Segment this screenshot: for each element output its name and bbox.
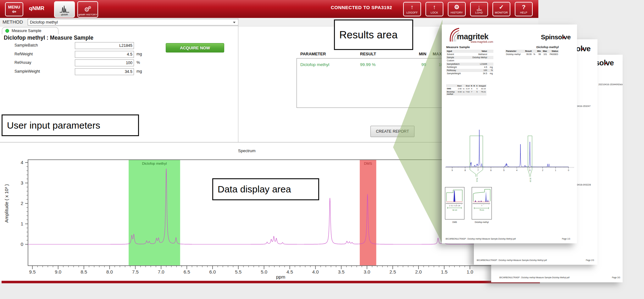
report-path-text: 20210416-153449\Diclo xyxy=(598,83,623,86)
report-table-cell xyxy=(488,56,493,59)
report-table-cell: mg xyxy=(488,72,493,75)
svg-text:3: 3 xyxy=(529,169,530,171)
annotation-results-area: Results area xyxy=(334,19,413,50)
report-table-cell xyxy=(488,59,493,62)
report-table-header: Integral xyxy=(478,84,486,87)
svg-text:8.5: 8.5 xyxy=(80,269,87,274)
svg-text:0: 0 xyxy=(568,169,569,171)
report-table-cell: 3.14 xyxy=(465,87,470,90)
report-table-cell: 32.10 xyxy=(478,87,486,90)
svg-text:4: 4 xyxy=(516,169,518,171)
report-table-cell xyxy=(488,63,493,66)
report-table-cell: 2.82 xyxy=(457,87,462,90)
report-table-cell: L21845 xyxy=(466,63,488,66)
report-table-cell: RefWeight xyxy=(446,66,466,69)
report-table-cell: 100 xyxy=(466,69,488,72)
svg-text:3.5: 3.5 xyxy=(338,269,345,274)
report-table-cell: 7 xyxy=(470,90,473,96)
report-inset-dms: 2 3.1 3 2.9 2.832.10 xyxy=(445,187,464,219)
inset-mini-chart xyxy=(445,187,464,213)
report-table: InputValueSolventMethanolSampleDiclofop … xyxy=(446,50,493,75)
inset-axis-labels: 7 xyxy=(472,205,491,207)
svg-text:8: 8 xyxy=(464,169,466,171)
report-table-header xyxy=(462,84,465,87)
report-table-cell: 79.21 xyxy=(478,90,486,96)
svg-text:5: 5 xyxy=(503,169,504,171)
svg-text:3.0: 3.0 xyxy=(364,269,370,274)
report-table-cell: 99 xyxy=(536,53,541,56)
report-table-cell: Methanol xyxy=(466,53,488,56)
report-table-header: Max xyxy=(541,50,548,53)
report-table-cell xyxy=(466,59,488,62)
report-table-cell: 6 xyxy=(470,87,473,90)
report-page-number: Page 1/3 xyxy=(562,238,570,240)
report-table-cell xyxy=(488,53,493,56)
report-table-cell: to xyxy=(462,90,465,96)
report-table-cell: 6.63 xyxy=(457,90,462,96)
svg-text:3: 3 xyxy=(21,180,23,185)
svg-text:4.0: 4.0 xyxy=(312,269,319,274)
report-table-header xyxy=(488,50,493,53)
svg-text:9.5: 9.5 xyxy=(29,269,36,274)
svg-text:7: 7 xyxy=(477,169,479,171)
svg-text:2: 2 xyxy=(21,201,23,206)
svg-text:2.0: 2.0 xyxy=(415,269,422,274)
annotation-data-display: Data display area xyxy=(212,178,319,200)
report-table-cell: Custom xyxy=(446,59,466,62)
report-table-cell: SampleWeight xyxy=(446,72,466,75)
report-table-header: Start xyxy=(457,84,462,87)
report-page-number: Page 2/3 xyxy=(586,259,594,261)
svg-text:9.0: 9.0 xyxy=(55,269,61,274)
spinsolve-logo-dot-icon xyxy=(563,37,564,38)
report-spectrum-chart: 987654321079.2132.10 xyxy=(442,119,577,191)
report-table-cell: 7.63 xyxy=(465,90,470,96)
report-inset-diclofop: 779.21 xyxy=(472,187,492,219)
annotation-user-input: User input parameters xyxy=(2,114,139,136)
svg-text:5.5: 5.5 xyxy=(235,269,242,274)
report-table-cell: mg xyxy=(488,66,493,69)
svg-text:1.5: 1.5 xyxy=(441,269,447,274)
svg-text:5.0: 5.0 xyxy=(261,269,267,274)
inset-integral-value: 32.10 xyxy=(445,209,464,211)
spinsolve-logo: Spinsolve xyxy=(541,33,571,41)
svg-text:6: 6 xyxy=(490,169,491,171)
spinsolve-logo-dot-icon xyxy=(605,63,607,64)
inset-caption: Diclofop methyl xyxy=(472,221,492,223)
spinsolve-logo-dot-icon xyxy=(582,48,583,50)
report-table-cell: 4.5 xyxy=(466,66,488,69)
svg-text:1: 1 xyxy=(555,169,556,171)
report-table-header: Parameter xyxy=(505,50,523,53)
svg-text:2: 2 xyxy=(542,169,543,171)
report-table-header: B xyxy=(473,84,475,87)
report-table-header xyxy=(446,84,457,87)
svg-text:6.5: 6.5 xyxy=(184,269,190,274)
report-table-cell: 101 xyxy=(541,53,548,56)
report-table-cell: Diclofop methyl xyxy=(505,53,523,56)
report-table-header xyxy=(532,50,536,53)
report-table-header: Result xyxy=(523,50,532,53)
svg-text:1: 1 xyxy=(21,221,23,226)
svg-text:2.5: 2.5 xyxy=(389,269,396,274)
report-table-cell: Diclofop Methyl xyxy=(466,56,488,59)
inset-axis-labels: 2 3.1 3 2.9 2.8 xyxy=(445,205,464,207)
svg-text:0: 0 xyxy=(21,241,23,247)
report-param-title: Diclofop methyl xyxy=(505,45,559,49)
report-table-header: A xyxy=(475,84,478,87)
report-table-cell: to xyxy=(462,87,465,90)
report-table-header: Value xyxy=(466,50,488,53)
report-section-title: Measure Sample xyxy=(446,45,470,49)
report-table-cell: SampleBatch xyxy=(446,63,466,66)
inset-mini-chart xyxy=(472,187,491,213)
inset-integral-value: 79.21 xyxy=(472,209,491,211)
svg-text:8.0: 8.0 xyxy=(106,269,113,274)
report-table-header: Status xyxy=(548,50,559,53)
report-table: StartEndNBAIntegralDMS2.82to3.146532.10D… xyxy=(446,84,486,96)
report-footer: 80CARBONULTRASP : Diclofop methyl-Measur… xyxy=(499,276,569,279)
window-bottom-accent xyxy=(2,281,540,283)
magritek-logo: magritek xyxy=(457,32,488,41)
svg-text:1.0: 1.0 xyxy=(467,269,473,274)
screen: MENU ⇦ qNMR qNMR ⚙⚙ qNMR HISTORY CONNECT… xyxy=(0,0,644,299)
report-table-cell: 5 xyxy=(475,87,478,90)
report-table-header: N xyxy=(470,84,473,87)
report-table-header: Input xyxy=(446,50,466,53)
